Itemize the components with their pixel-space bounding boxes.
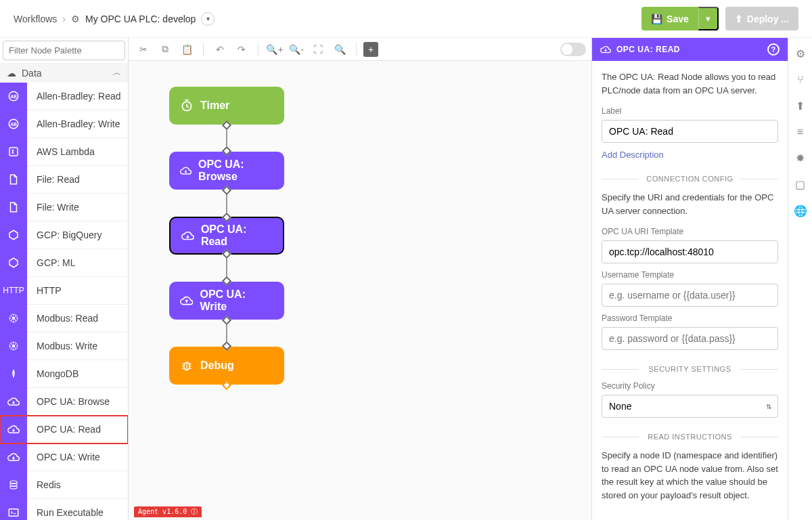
palette-item-run-executable[interactable]: Run Executable bbox=[0, 499, 128, 520]
palette-item-label: Redis bbox=[27, 479, 61, 490]
canvas[interactable]: ✂ ⧉ 📋 ↶ ↷ 🔍+ 🔍- ⛶ 🔍 + Timer OPC U bbox=[129, 38, 591, 520]
svg-text:AB: AB bbox=[10, 122, 17, 127]
expand-icon[interactable]: ⛶ bbox=[309, 40, 328, 59]
add-icon[interactable]: + bbox=[363, 42, 378, 57]
palette-item-gcp-bigquery[interactable]: GCP: BigQuery bbox=[0, 221, 128, 249]
palette-item-mongodb[interactable]: MongoDB bbox=[0, 360, 128, 388]
branch-icon[interactable]: ⑂ bbox=[797, 74, 804, 86]
breadcrumb-sep: › bbox=[62, 14, 66, 24]
password-label: Password Template bbox=[602, 313, 778, 323]
debug-icon[interactable]: ✸ bbox=[796, 152, 805, 165]
toggle[interactable] bbox=[560, 43, 586, 56]
cloud-icon: ☁ bbox=[7, 68, 16, 79]
palette-item-label: Allen-Bradley: Read bbox=[27, 91, 121, 102]
node-debug[interactable]: Debug bbox=[169, 347, 284, 385]
palette-item-opc-ua-read[interactable]: OPC UA: Read bbox=[0, 416, 128, 443]
file-icon bbox=[0, 194, 27, 221]
palette-item-opc-ua-browse[interactable]: OPC UA: Browse bbox=[0, 388, 128, 416]
connection-desc: Specify the URI and credentials for the … bbox=[602, 191, 778, 217]
palette-item-opc-ua-write[interactable]: OPC UA: Write bbox=[0, 443, 128, 471]
panel-description: The OPC UA: Read Node allows you to read… bbox=[602, 70, 778, 97]
upload-icon: ⬆ bbox=[735, 14, 743, 24]
security-policy-select[interactable] bbox=[602, 395, 778, 418]
chevron-up-icon: ︿ bbox=[113, 67, 121, 79]
undo-icon[interactable]: ↶ bbox=[210, 40, 229, 59]
password-input[interactable] bbox=[602, 327, 778, 350]
palette-item-label: File: Write bbox=[27, 202, 79, 213]
copy-icon[interactable]: ⧉ bbox=[156, 40, 175, 59]
palette-item-file-write[interactable]: File: Write bbox=[0, 194, 128, 221]
settings-icon[interactable]: ⚙ bbox=[796, 47, 805, 60]
mongo-icon bbox=[0, 360, 27, 388]
modbus-icon bbox=[0, 332, 27, 360]
properties-panel: OPC UA: READ ? The OPC UA: Read Node all… bbox=[591, 38, 788, 520]
save-dropdown[interactable]: ▾ bbox=[698, 7, 719, 30]
cut-icon[interactable]: ✂ bbox=[134, 40, 153, 59]
palette-category[interactable]: ☁ Data ︿ bbox=[0, 63, 128, 83]
svg-rect-4 bbox=[9, 148, 18, 156]
username-label: Username Template bbox=[602, 270, 778, 280]
paste-icon[interactable]: 📋 bbox=[177, 40, 196, 59]
palette-item-redis[interactable]: Redis bbox=[0, 471, 128, 499]
canvas-toolbar: ✂ ⧉ 📋 ↶ ↷ 🔍+ 🔍- ⛶ 🔍 + bbox=[129, 38, 591, 61]
security-policy-label: Security Policy bbox=[602, 381, 778, 391]
redis-icon bbox=[0, 471, 27, 499]
lambda-icon bbox=[0, 138, 27, 166]
palette-item-label: HTTP bbox=[27, 285, 62, 296]
gcp-icon bbox=[0, 249, 27, 277]
palette-item-gcp-ml[interactable]: GCP: ML bbox=[0, 249, 128, 277]
timer-icon bbox=[180, 99, 194, 112]
palette-item-modbus-read[interactable]: Modbus: Read bbox=[0, 305, 128, 332]
connection-section: CONNECTION CONFIG bbox=[602, 175, 778, 183]
breadcrumb-title: My OPC UA PLC: develop bbox=[85, 14, 196, 24]
save-button[interactable]: 💾Save bbox=[641, 7, 698, 30]
zoom-in-icon[interactable]: 🔍+ bbox=[265, 40, 284, 59]
help-icon[interactable]: ? bbox=[767, 43, 780, 56]
palette-item-label: GCP: BigQuery bbox=[27, 230, 102, 240]
palette-item-label: OPC UA: Write bbox=[27, 452, 100, 462]
filter-input[interactable] bbox=[3, 41, 125, 60]
palette-item-aws-lambda[interactable]: AWS Lambda bbox=[0, 138, 128, 166]
uri-input[interactable] bbox=[602, 240, 778, 263]
gcp-icon bbox=[0, 221, 27, 249]
breadcrumb-root[interactable]: Workflows bbox=[14, 14, 57, 24]
device-icon[interactable]: ▢ bbox=[795, 178, 805, 191]
node-timer[interactable]: Timer bbox=[169, 87, 284, 125]
agent-tag[interactable]: Agent v1.6.0 ⓘ bbox=[134, 506, 202, 517]
upload-icon[interactable]: ⬆ bbox=[796, 100, 805, 112]
redo-icon[interactable]: ↷ bbox=[232, 40, 251, 59]
save-icon: 💾 bbox=[651, 14, 662, 24]
breadcrumb-dropdown[interactable]: ▾ bbox=[201, 12, 215, 26]
opc-icon bbox=[0, 443, 27, 471]
node-opc-read[interactable]: OPC UA: Read bbox=[169, 217, 284, 255]
svg-point-7 bbox=[12, 345, 16, 348]
svg-rect-12 bbox=[9, 509, 18, 517]
breadcrumb: Workflows › ⚙ My OPC UA PLC: develop ▾ bbox=[14, 12, 215, 26]
palette-item-label: Modbus: Write bbox=[27, 341, 97, 351]
ab-icon: AB bbox=[0, 110, 27, 138]
palette-item-allen-bradley-write[interactable]: ABAllen-Bradley: Write bbox=[0, 110, 128, 138]
username-input[interactable] bbox=[602, 284, 778, 307]
palette-item-label: MongoDB bbox=[27, 368, 78, 379]
label-field-label: Label bbox=[602, 106, 778, 116]
add-description-link[interactable]: Add Description bbox=[602, 150, 664, 160]
palette-item-label: OPC UA: Browse bbox=[27, 396, 110, 407]
deploy-button[interactable]: ⬆Deploy ... bbox=[725, 7, 798, 30]
palette-item-label: File: Read bbox=[27, 174, 80, 185]
palette-item-label: AWS Lambda bbox=[27, 146, 95, 157]
globe-icon[interactable]: 🌐 bbox=[794, 204, 807, 217]
palette-item-http[interactable]: HTTPHTTP bbox=[0, 277, 128, 305]
palette-item-file-read[interactable]: File: Read bbox=[0, 166, 128, 194]
palette-item-allen-bradley-read[interactable]: ABAllen-Bradley: Read bbox=[0, 83, 128, 110]
zoom-out-icon[interactable]: 🔍- bbox=[287, 40, 306, 59]
opc-icon bbox=[0, 416, 27, 443]
palette-item-modbus-write[interactable]: Modbus: Write bbox=[0, 332, 128, 360]
label-input[interactable] bbox=[602, 120, 778, 143]
node-palette: ☁ Data ︿ ABAllen-Bradley: ReadABAllen-Br… bbox=[0, 38, 129, 520]
node-opc-browse[interactable]: OPC UA: Browse bbox=[169, 152, 284, 190]
modbus-icon bbox=[0, 305, 27, 332]
zoom-reset-icon[interactable]: 🔍 bbox=[330, 40, 349, 59]
exec-icon bbox=[0, 499, 27, 521]
database-icon[interactable]: ≡ bbox=[797, 126, 803, 138]
node-opc-write[interactable]: OPC UA: Write bbox=[169, 282, 284, 320]
